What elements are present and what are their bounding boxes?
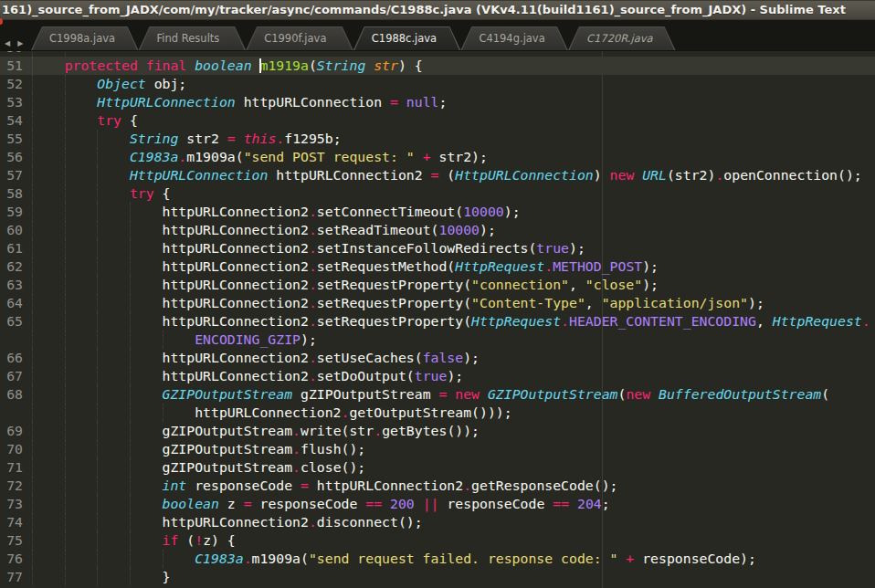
code-text: HttpURLConnection httpURLConnection = nu… [32,93,447,111]
code-line[interactable]: 62 httpURLConnection2.setRequestMethod(H… [0,257,875,276]
line-number[interactable]: 67 [0,367,23,385]
code-text: httpURLConnection2.setReadTimeout(10000)… [32,221,496,239]
code-text: } [32,568,170,586]
code-line[interactable]: 59 httpURLConnection2.setConnectTimeout(… [0,203,875,221]
tab-bar-tabs: C1998a.javaFind ResultsC1990f.javaC1988c… [31,26,676,50]
code-line[interactable]: 69 gZIPOutputStream.write(str.getBytes()… [0,422,875,440]
tab-c1720r-java[interactable]: C1720R.java [568,26,676,50]
window-title: 161)_source_from_JADX/com/my/tracker/asy… [0,1,875,19]
code-line[interactable]: 77 } [0,568,875,586]
line-number[interactable]: 53 [0,93,23,111]
line-number[interactable]: 73 [0,495,23,513]
tab-scroll-right-icon[interactable]: ▶ [17,39,23,47]
code-text: httpURLConnection2.setRequestProperty("c… [32,276,659,294]
code-text: httpURLConnection2.setRequestProperty(Ht… [32,312,870,331]
code-line[interactable]: 56 C1983a.m1909a("send POST request: " +… [0,148,875,166]
code-line[interactable]: 67 httpURLConnection2.setDoOutput(true); [0,367,875,385]
code-line[interactable]: 70 gZIPOutputStream.flush(); [0,440,875,458]
code-line[interactable]: 72 int responseCode = httpURLConnection2… [0,477,875,495]
code-line[interactable]: 52 Object obj; [0,75,875,93]
tab-label: C1720R.java [586,26,653,51]
code-text: httpURLConnection2.setRequestProperty("C… [32,294,764,312]
code-line[interactable]: 57 HttpURLConnection httpURLConnection2 … [0,166,875,184]
code-text: gZIPOutputStream.write(str.getBytes()); [32,422,480,440]
code-line[interactable]: 64 httpURLConnection2.setRequestProperty… [0,294,875,312]
code-text: Object obj; [32,75,186,93]
tab-c1998a-java[interactable]: C1998a.java [31,26,139,50]
line-number[interactable]: 68 [0,385,23,404]
code-line[interactable]: 54 try { [0,111,875,130]
line-number[interactable]: 61 [0,239,23,257]
code-line[interactable]: 53 HttpURLConnection httpURLConnection =… [0,93,875,111]
code-text: httpURLConnection2.setRequestMethod(Http… [32,257,659,276]
code-line[interactable]: 55 String str2 = this.f1295b; [0,130,875,148]
code-text: int responseCode = httpURLConnection2.ge… [32,477,617,495]
tab-c1990f-java[interactable]: C1990f.java [246,26,353,50]
code-line[interactable]: 63 httpURLConnection2.setRequestProperty… [0,276,875,294]
code-line[interactable]: 76 C1983a.m1909a("send request failed. r… [0,550,875,568]
code-text: httpURLConnection2.setDoOutput(true); [32,367,463,385]
code-line[interactable]: 61 httpURLConnection2.setInstanceFollowR… [0,239,875,257]
line-number[interactable]: 75 [0,531,23,550]
code-text: GZIPOutputStream gZIPOutputStream = new … [32,385,829,404]
line-number[interactable]: 59 [0,203,23,221]
titlebar[interactable]: 161)_source_from_JADX/com/my/tracker/asy… [0,0,875,20]
code-editor[interactable]: 5051 protected final boolean m1919a(Stri… [0,51,875,588]
code-lines: 5051 protected final boolean m1919a(Stri… [0,51,875,586]
code-text: HttpURLConnection httpURLConnection2 = (… [32,166,862,184]
line-number[interactable]: 51 [0,57,23,75]
tab-label: C1988c.java [372,26,437,51]
tab-scroll-left-icon[interactable]: ◀ [5,39,10,47]
tab-scroll-controls: ◀ ▶ [5,32,26,49]
line-number[interactable]: 72 [0,477,23,495]
line-number[interactable]: 71 [0,458,23,477]
line-number[interactable]: 77 [0,568,23,586]
code-text: httpURLConnection2.getOutputStream())); [32,404,512,422]
code-line[interactable]: 68 GZIPOutputStream gZIPOutputStream = n… [0,385,875,404]
code-text: if (!z) { [32,531,236,550]
line-number[interactable]: 64 [0,294,23,312]
line-number[interactable]: 57 [0,166,23,184]
tab-label: Find Results [157,26,220,51]
code-line[interactable]: httpURLConnection2.getOutputStream())); [0,404,875,422]
line-number[interactable]: 74 [0,513,23,531]
sublime-text-window: 161)_source_from_JADX/com/my/tracker/asy… [0,0,875,588]
code-line[interactable]: 73 boolean z = responseCode == 200 || re… [0,495,875,513]
text-caret [259,58,261,73]
code-text: httpURLConnection2.setInstanceFollowRedi… [32,239,585,257]
code-text: httpURLConnection2.disconnect(); [32,513,423,531]
line-number[interactable]: 69 [0,422,23,440]
line-number[interactable]: 66 [0,349,23,367]
line-number[interactable]: 63 [0,276,23,294]
line-number[interactable]: 58 [0,184,23,203]
tab-c1988c-java[interactable]: C1988c.java [353,26,461,50]
code-line[interactable]: ENCODING_GZIP); [0,331,875,349]
line-number[interactable]: 70 [0,440,23,458]
tab-label: C4194g.java [479,26,544,51]
line-number[interactable]: 54 [0,111,23,130]
code-line[interactable]: 71 gZIPOutputStream.close(); [0,458,875,477]
line-number[interactable]: 60 [0,221,23,239]
tab-c4194g-java[interactable]: C4194g.java [460,26,568,50]
line-number[interactable]: 55 [0,130,23,148]
code-text: try { [32,184,170,203]
line-number[interactable]: 62 [0,257,23,276]
code-text: C1983a.m1909a("send request failed. resp… [32,550,756,568]
line-number[interactable]: 52 [0,75,23,93]
code-line[interactable]: 60 httpURLConnection2.setReadTimeout(100… [0,221,875,239]
code-line[interactable]: 75 if (!z) { [0,531,875,550]
line-number[interactable]: 76 [0,550,23,568]
code-line[interactable]: 58 try { [0,184,875,203]
code-line[interactable]: 66 httpURLConnection2.setUseCaches(false… [0,349,875,367]
line-number[interactable]: 65 [0,312,23,331]
code-text: httpURLConnection2.setUseCaches(false); [32,349,480,367]
code-text: boolean z = responseCode == 200 || respo… [32,495,610,513]
tab-find-results[interactable]: Find Results [139,26,247,50]
code-line[interactable]: 51 protected final boolean m1919a(String… [0,57,875,75]
code-text: httpURLConnection2.setConnectTimeout(100… [32,203,521,221]
code-line[interactable]: 65 httpURLConnection2.setRequestProperty… [0,312,875,331]
code-line[interactable]: 74 httpURLConnection2.disconnect(); [0,513,875,531]
tab-label: C1998a.java [49,26,115,51]
code-text: String str2 = this.f1295b; [32,130,342,148]
line-number[interactable]: 56 [0,148,23,166]
